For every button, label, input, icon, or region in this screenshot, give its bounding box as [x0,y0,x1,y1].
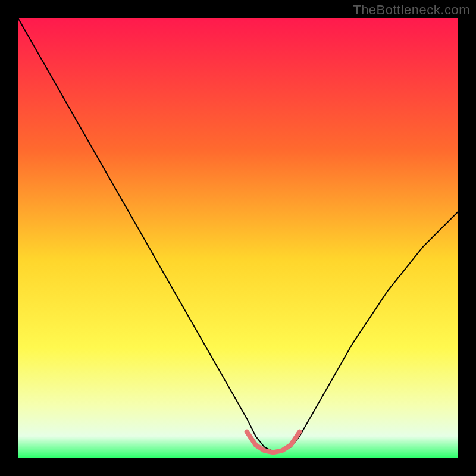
bottleneck-chart [18,18,458,458]
watermark-text: TheBottleneck.com [353,2,470,18]
gradient-background [18,18,458,458]
chart-frame: TheBottleneck.com [0,0,476,476]
plot-area [18,18,458,458]
